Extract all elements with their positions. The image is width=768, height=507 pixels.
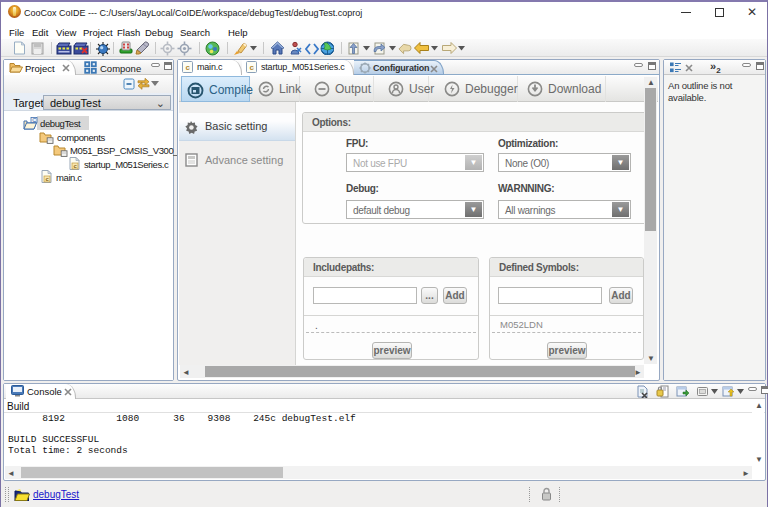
svg-text:C: C xyxy=(32,117,36,123)
